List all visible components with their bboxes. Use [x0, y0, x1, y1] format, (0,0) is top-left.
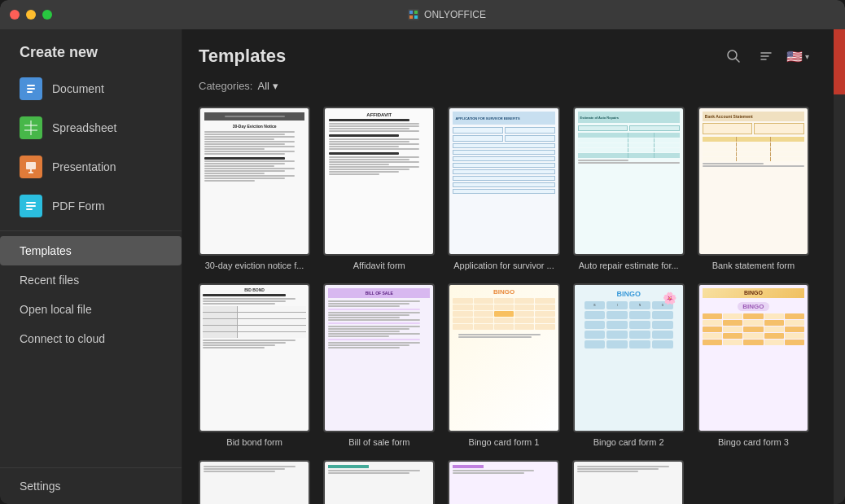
svg-rect-6 — [27, 85, 35, 86]
template-card-application[interactable]: APPLICATION FOR SURVIVOR BENEFITS — [448, 107, 559, 270]
svg-rect-4 — [414, 15, 418, 19]
svg-line-22 — [736, 59, 740, 63]
chevron-down-icon: ▾ — [805, 52, 809, 61]
template-thumb-row3-2 — [323, 460, 435, 504]
create-new-heading: Create new — [0, 29, 182, 69]
svg-rect-2 — [414, 11, 418, 14]
accent-bar-red[interactable] — [834, 29, 845, 94]
template-card-bingo2[interactable]: 🌸 BINGO BING Bi — [573, 283, 685, 447]
bingo3-title-label: BINGO — [738, 302, 768, 311]
sidebar-nav-open-local-file[interactable]: Open local file — [0, 295, 182, 324]
template-grid-row1: 30-Day Eviction Notice — [199, 107, 809, 270]
template-label-bingo1: Bingo card form 1 — [448, 437, 559, 447]
bingo3-grid — [703, 313, 804, 345]
document-icon — [20, 77, 42, 100]
bingo2-flower-decoration: 🌸 — [663, 291, 676, 305]
sidebar-item-document[interactable]: Document — [0, 69, 182, 108]
bingo2-grid: BING — [584, 301, 673, 348]
svg-rect-20 — [26, 208, 33, 210]
template-card-30day[interactable]: 30-Day Eviction Notice — [199, 107, 310, 270]
categories-value: All — [257, 80, 269, 92]
content-area[interactable]: Templates — [182, 29, 834, 504]
template-label-bingo2: Bingo card form 2 — [573, 437, 685, 447]
template-card-billsale[interactable]: BILL OF SALE — [323, 283, 435, 447]
sidebar-item-presentation[interactable]: Presentation — [0, 147, 182, 186]
template-thumb-application: APPLICATION FOR SURVIVOR BENEFITS — [448, 107, 559, 256]
template-card-bingo1[interactable]: BINGO — [448, 283, 559, 447]
template-thumb-30day: 30-Day Eviction Notice — [199, 107, 310, 256]
template-thumb-bank: Bank Account Statement — [698, 107, 809, 256]
sidebar: Create new Document Spreadsheet — [0, 29, 182, 504]
sidebar-nav-recent-files[interactable]: Recent files — [0, 265, 182, 295]
sidebar-item-pdfform-label: PDF Form — [52, 199, 105, 213]
template-thumb-bingo2: 🌸 BINGO BING — [573, 283, 685, 432]
template-thumb-row3-1 — [199, 460, 310, 504]
template-thumb-row3-3 — [448, 460, 559, 504]
main-layout: Create new Document Spreadsheet — [0, 29, 845, 504]
sort-button[interactable] — [754, 46, 778, 67]
svg-rect-7 — [27, 88, 35, 90]
template-label-bingo3: Bingo card form 3 — [698, 437, 809, 447]
sidebar-item-document-label: Document — [52, 82, 104, 95]
sidebar-divider-1 — [0, 230, 182, 231]
svg-rect-18 — [26, 202, 36, 204]
template-thumb-affidavit: AFFIDAVIT — [323, 107, 435, 256]
svg-rect-1 — [409, 11, 413, 14]
template-grid-row2: BID BOND — [199, 283, 809, 447]
template-label-autorepair: Auto repair estimate for... — [573, 261, 685, 270]
template-card-bank[interactable]: Bank Account Statement — [698, 107, 809, 270]
pdfform-icon — [20, 195, 42, 217]
search-button[interactable] — [721, 46, 746, 67]
close-button[interactable] — [10, 10, 20, 20]
app-title: ONLYOFFICE — [59, 9, 835, 20]
svg-rect-14 — [26, 162, 36, 169]
template-label-billsale: Bill of sale form — [323, 437, 435, 447]
app-window: ONLYOFFICE Create new Document Spreadshe… — [0, 0, 845, 504]
template-card-row3-4[interactable] — [572, 460, 684, 504]
page-title: Templates — [199, 46, 286, 67]
sidebar-item-spreadsheet-label: Spreadsheet — [52, 121, 116, 134]
svg-rect-3 — [409, 15, 413, 19]
categories-bar: Categories: All ▾ — [199, 80, 809, 92]
sidebar-settings[interactable]: Settings — [0, 467, 182, 504]
template-card-row3-1[interactable] — [199, 460, 310, 504]
template-thumb-row3-4 — [572, 460, 684, 504]
template-label-bank: Bank statement form — [698, 261, 809, 270]
template-card-bidbond[interactable]: BID BOND — [199, 283, 310, 447]
svg-rect-8 — [27, 91, 33, 93]
template-card-autorepair[interactable]: Estimate of Auto Repairs — [573, 107, 685, 270]
template-card-row3-2[interactable] — [323, 460, 435, 504]
language-selector[interactable]: 🇺🇸 ▾ — [786, 49, 809, 64]
sidebar-item-pdfform[interactable]: PDF Form — [0, 186, 182, 226]
right-panel: Templates — [182, 29, 845, 504]
template-card-row3-3[interactable] — [448, 460, 559, 504]
accent-bar-dark — [834, 94, 845, 504]
spreadsheet-icon — [20, 116, 42, 139]
categories-label: Categories: — [199, 80, 252, 92]
template-thumb-bingo1: BINGO — [448, 283, 559, 432]
template-thumb-bidbond: BID BOND — [199, 283, 310, 432]
flag-icon: 🇺🇸 — [786, 49, 803, 64]
template-label-affidavit: Affidavit form — [323, 261, 435, 270]
sidebar-nav-templates[interactable]: Templates — [0, 236, 182, 265]
side-accent-bars — [834, 29, 845, 504]
bingo1-grid — [453, 298, 554, 330]
template-card-affidavit[interactable]: AFFIDAVIT — [323, 107, 435, 270]
titlebar: ONLYOFFICE — [0, 0, 845, 29]
template-label-bidbond: Bid bond form — [199, 437, 310, 447]
sidebar-spacer — [0, 353, 182, 467]
template-thumb-bingo3: BINGO BINGO — [698, 283, 809, 432]
template-label-30day: 30-day eviction notice f... — [199, 261, 310, 270]
template-card-bingo3[interactable]: BINGO BINGO — [698, 283, 809, 447]
content-header: Templates — [199, 46, 809, 67]
header-actions: 🇺🇸 ▾ — [721, 46, 809, 67]
categories-chevron-icon: ▾ — [273, 80, 278, 92]
template-thumb-autorepair: Estimate of Auto Repairs — [573, 107, 685, 256]
categories-dropdown[interactable]: All ▾ — [257, 80, 278, 92]
minimize-button[interactable] — [26, 10, 36, 20]
sidebar-item-presentation-label: Presentation — [52, 160, 116, 173]
sidebar-item-spreadsheet[interactable]: Spreadsheet — [0, 108, 182, 147]
sidebar-nav-connect-to-cloud[interactable]: Connect to cloud — [0, 324, 182, 353]
presentation-icon — [20, 156, 42, 178]
maximize-button[interactable] — [42, 10, 52, 20]
